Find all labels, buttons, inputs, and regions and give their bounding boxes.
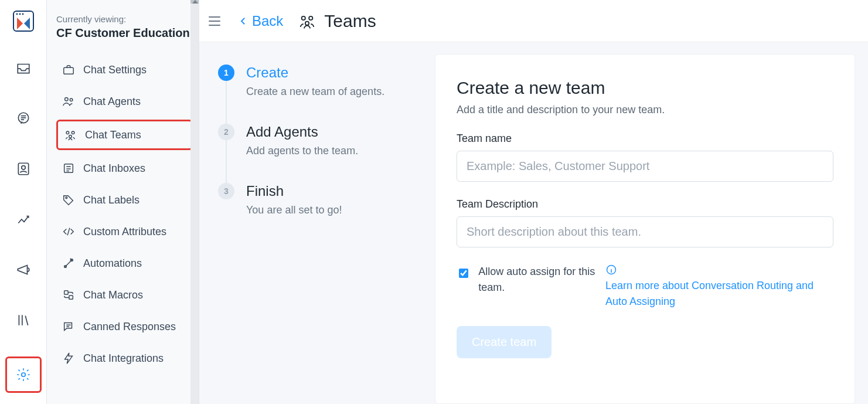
svg-rect-8 — [64, 67, 74, 74]
create-team-panel: Create a new team Add a title and descri… — [435, 54, 855, 404]
menu-label: Chat Settings — [83, 64, 147, 76]
automation-icon — [62, 257, 75, 270]
nav-conversations[interactable] — [9, 104, 38, 133]
step-finish: 3 Finish You are all set to go! — [218, 183, 423, 216]
nav-library[interactable] — [9, 306, 38, 334]
topbar: Back Teams — [199, 0, 868, 42]
svg-point-6 — [21, 166, 25, 170]
svg-point-12 — [72, 131, 74, 134]
menu-chat-settings[interactable]: Chat Settings — [56, 56, 193, 83]
menu-chat-teams[interactable]: Chat Teams — [56, 120, 193, 150]
step-number: 1 — [218, 64, 234, 81]
menu-label: Chat Teams — [85, 129, 141, 141]
svg-point-20 — [302, 16, 305, 19]
team-icon — [64, 128, 77, 141]
menu-label: Chat Inboxes — [83, 162, 145, 175]
briefcase-icon — [62, 63, 75, 76]
panel-heading: Create a new team — [457, 78, 833, 98]
svg-point-11 — [66, 131, 69, 134]
svg-point-13 — [69, 135, 72, 138]
step-desc: You are all set to go! — [246, 204, 342, 216]
auto-assign-checkbox[interactable] — [459, 267, 468, 279]
menu-label: Automations — [83, 257, 142, 270]
svg-point-7 — [21, 373, 25, 377]
tag-icon — [62, 193, 75, 206]
auto-assign-label: Allow auto assign for this team. — [478, 264, 597, 296]
auto-assign-help-link[interactable]: Learn more about Conversation Routing an… — [605, 278, 833, 310]
svg-rect-5 — [18, 163, 28, 175]
svg-point-10 — [70, 99, 73, 101]
team-icon — [298, 12, 316, 30]
page-title-text: Teams — [324, 11, 376, 31]
back-link[interactable]: Back — [238, 13, 283, 29]
settings-sidebar: Currently viewing: CF Customer Education… — [47, 0, 199, 404]
context-value: CF Customer Education — [56, 26, 193, 40]
info-icon — [605, 264, 617, 276]
content: 1 Create Create a new team of agents. 2 … — [199, 42, 868, 404]
menu-canned-responses[interactable]: Canned Responses — [56, 313, 193, 340]
svg-point-3 — [22, 13, 23, 15]
menu-automations[interactable]: Automations — [56, 250, 193, 277]
nav-inbox[interactable] — [9, 54, 38, 82]
step-create: 1 Create Create a new team of agents. — [218, 64, 423, 98]
chevron-left-icon — [238, 16, 249, 26]
svg-rect-19 — [69, 296, 73, 299]
page-title: Teams — [298, 11, 376, 31]
svg-point-15 — [66, 197, 67, 199]
svg-point-1 — [16, 13, 18, 15]
step-title: Create — [246, 64, 384, 81]
create-team-button[interactable]: Create team — [457, 326, 552, 358]
inbox-list-icon — [62, 162, 75, 175]
team-desc-label: Team Description — [457, 198, 833, 211]
step-title: Finish — [246, 183, 342, 199]
panel-subheading: Add a title and description to your new … — [457, 104, 833, 116]
nav-reports[interactable] — [9, 205, 38, 233]
sidebar-toggle[interactable] — [206, 13, 223, 29]
svg-rect-18 — [64, 291, 68, 294]
app-logo — [13, 11, 34, 32]
menu-chat-integrations[interactable]: Chat Integrations — [56, 345, 193, 372]
svg-point-21 — [309, 16, 312, 19]
scrollbar[interactable] — [190, 0, 199, 404]
step-number: 3 — [218, 183, 234, 199]
menu-label: Chat Integrations — [83, 352, 164, 365]
settings-menu: Chat Settings Chat Agents Chat Teams Cha… — [56, 56, 193, 372]
menu-chat-labels[interactable]: Chat Labels — [56, 186, 193, 213]
step-add-agents: 2 Add Agents Add agents to the team. — [218, 124, 423, 157]
menu-label: Chat Macros — [83, 289, 143, 301]
bolt-icon — [62, 352, 75, 365]
menu-label: Canned Responses — [83, 321, 176, 333]
auto-assign-help: Learn more about Conversation Routing an… — [605, 264, 833, 310]
back-label: Back — [252, 13, 283, 29]
macro-icon — [62, 288, 75, 301]
svg-point-2 — [19, 13, 21, 15]
svg-point-22 — [305, 21, 309, 25]
nav-settings-highlight — [5, 357, 42, 393]
menu-chat-inboxes[interactable]: Chat Inboxes — [56, 155, 193, 182]
menu-label: Chat Labels — [83, 194, 139, 206]
team-name-input[interactable] — [457, 151, 833, 182]
canned-icon — [62, 320, 75, 333]
nav-settings[interactable] — [9, 361, 38, 389]
team-desc-input[interactable] — [457, 216, 833, 247]
menu-custom-attributes[interactable]: Custom Attributes — [56, 218, 193, 245]
nav-campaigns[interactable] — [9, 256, 38, 284]
step-desc: Add agents to the team. — [246, 145, 358, 157]
context-label: Currently viewing: — [56, 14, 193, 24]
step-title: Add Agents — [246, 124, 358, 140]
menu-chat-agents[interactable]: Chat Agents — [56, 88, 193, 115]
nav-contacts[interactable] — [9, 155, 38, 183]
primary-nav-rail — [0, 0, 47, 404]
menu-label: Custom Attributes — [83, 226, 166, 238]
step-desc: Create a new team of agents. — [246, 86, 384, 98]
menu-chat-macros[interactable]: Chat Macros — [56, 281, 193, 308]
menu-label: Chat Agents — [83, 96, 141, 108]
main-area: Back Teams 1 Create Create a new team of… — [199, 0, 868, 404]
code-icon — [62, 225, 75, 238]
wizard-stepper: 1 Create Create a new team of agents. 2 … — [218, 54, 423, 404]
svg-point-9 — [65, 98, 69, 101]
team-name-label: Team name — [457, 133, 833, 145]
step-number: 2 — [218, 124, 234, 140]
agents-icon — [62, 95, 75, 108]
